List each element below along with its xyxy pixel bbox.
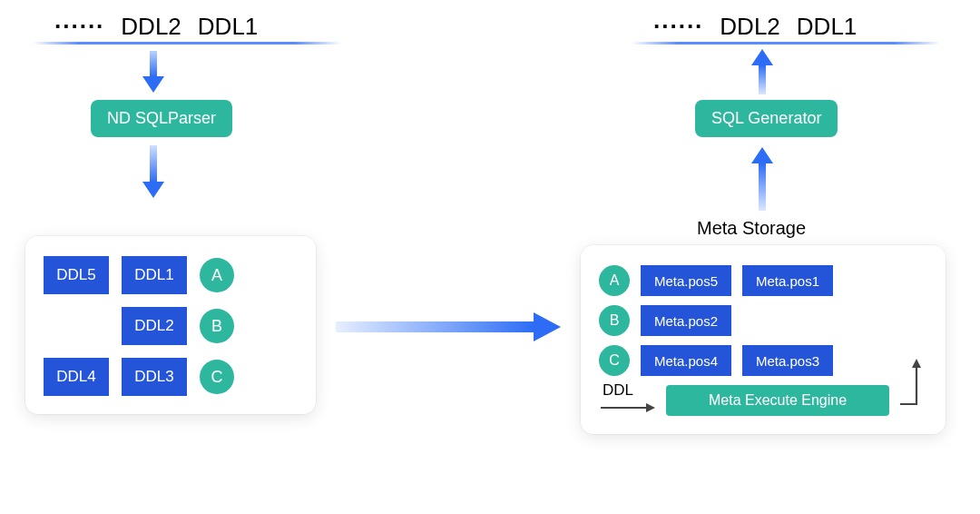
- meta-pos1-box: Meta.pos1: [742, 265, 833, 296]
- svg-marker-1: [142, 76, 164, 93]
- svg-rect-0: [150, 51, 157, 76]
- group-a-badge: A: [200, 258, 234, 292]
- ddl2-box: DDL2: [122, 307, 187, 345]
- ddl4-box: DDL4: [44, 358, 109, 396]
- group-c-badge: C: [599, 345, 630, 376]
- stream-ddl1: DDL1: [797, 13, 857, 41]
- ddl1-box: DDL1: [122, 256, 187, 294]
- svg-marker-5: [534, 312, 561, 341]
- nd-sqlparser-box: ND SQLParser: [91, 100, 232, 137]
- right-stream-underline: [632, 42, 940, 44]
- arrow-up-thin-icon: [897, 353, 927, 408]
- ddl-row-b: DDL2 B: [44, 307, 298, 345]
- left-stream-underline: [33, 42, 341, 44]
- stream-ddl2: DDL2: [720, 13, 779, 41]
- meta-execute-engine-label: Meta Execute Engine: [709, 392, 847, 408]
- svg-rect-2: [150, 145, 157, 182]
- spacer: [44, 307, 109, 345]
- arrow-right-thin-icon: [599, 401, 657, 414]
- arrow-down-icon: [141, 145, 166, 200]
- sql-generator-label: SQL Generator: [711, 109, 821, 127]
- meta-row-c: C Meta.pos4 Meta.pos3: [599, 345, 927, 376]
- ddl-row-a: DDL5 DDL1 A: [44, 256, 298, 294]
- meta-row-b: B Meta.pos2: [599, 305, 927, 336]
- svg-marker-10: [751, 147, 773, 163]
- svg-rect-4: [336, 321, 534, 332]
- arrow-down-icon: [141, 51, 166, 94]
- ddl3-box: DDL3: [122, 358, 187, 396]
- ddl-input-label: DDL: [603, 381, 633, 400]
- ddl-to-engine: DDL: [599, 387, 657, 414]
- sql-generator-box: SQL Generator: [695, 100, 838, 137]
- meta-storage-card: A Meta.pos5 Meta.pos1 B Meta.pos2 C Meta…: [581, 245, 946, 434]
- svg-rect-9: [759, 163, 766, 211]
- arrow-up-icon: [750, 47, 775, 94]
- ddl-groups-card: DDL5 DDL1 A DDL2 B DDL4 DDL3 C: [25, 236, 316, 414]
- svg-marker-7: [646, 403, 655, 412]
- group-b-badge: B: [200, 309, 234, 343]
- ddl-row-c: DDL4 DDL3 C: [44, 358, 298, 396]
- arrow-up-icon: [750, 145, 775, 211]
- svg-marker-12: [751, 49, 773, 65]
- stream-ddl1: DDL1: [198, 13, 258, 41]
- meta-pos5-box: Meta.pos5: [641, 265, 731, 296]
- svg-marker-8: [912, 359, 921, 368]
- svg-marker-3: [142, 182, 164, 198]
- meta-pos2-box: Meta.pos2: [641, 305, 731, 336]
- meta-execute-engine-box: Meta Execute Engine: [666, 385, 889, 416]
- meta-pos3-box: Meta.pos3: [742, 345, 833, 376]
- meta-row-a: A Meta.pos5 Meta.pos1: [599, 265, 927, 296]
- nd-sqlparser-label: ND SQLParser: [107, 109, 216, 127]
- meta-storage-label: Meta Storage: [697, 218, 806, 239]
- group-b-badge: B: [599, 305, 630, 336]
- group-a-badge: A: [599, 265, 630, 296]
- ddl5-box: DDL5: [44, 256, 109, 294]
- svg-rect-11: [759, 65, 766, 94]
- meta-pos4-box: Meta.pos4: [641, 345, 731, 376]
- arrow-right-icon: [336, 309, 563, 345]
- group-c-badge: C: [200, 360, 234, 394]
- ellipsis: ······: [653, 13, 703, 41]
- engine-row: DDL Meta Execute Engine: [599, 385, 927, 416]
- ellipsis: ······: [54, 13, 104, 41]
- stream-ddl2: DDL2: [121, 13, 181, 41]
